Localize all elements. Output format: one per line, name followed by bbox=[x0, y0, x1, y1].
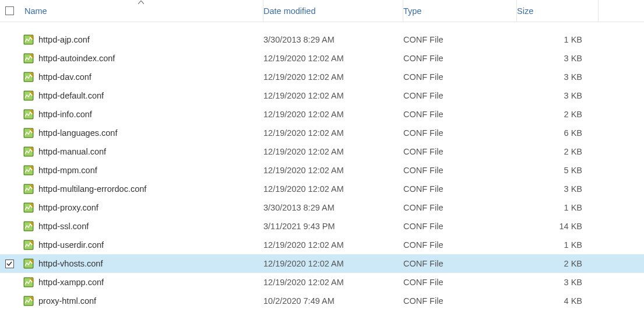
select-all-checkbox[interactable] bbox=[5, 6, 14, 15]
file-size-cell: 5 KB bbox=[517, 166, 599, 175]
file-name-cell[interactable]: httpd-manual.conf bbox=[19, 146, 263, 157]
file-size-cell: 14 KB bbox=[517, 222, 599, 231]
file-row[interactable]: httpd-multilang-errordoc.conf12/19/2020 … bbox=[0, 180, 644, 198]
file-name-cell[interactable]: httpd-dav.conf bbox=[19, 72, 263, 82]
column-header-name[interactable]: Name bbox=[19, 0, 263, 22]
row-checkbox-slot[interactable] bbox=[0, 36, 19, 44]
row-checkbox-slot[interactable] bbox=[0, 148, 19, 156]
file-type-label: CONF File bbox=[403, 259, 443, 268]
file-date-label: 12/19/2020 12:02 AM bbox=[263, 240, 344, 250]
file-name-cell[interactable]: httpd-vhosts.conf bbox=[19, 258, 263, 269]
file-name-cell[interactable]: httpd-autoindex.conf bbox=[19, 53, 263, 64]
file-type-label: CONF File bbox=[403, 240, 443, 250]
row-checkbox-slot[interactable] bbox=[0, 260, 19, 268]
file-row[interactable]: httpd-ajp.conf3/30/2013 8:29 AMCONF File… bbox=[0, 30, 644, 49]
file-name-cell[interactable]: httpd-languages.conf bbox=[19, 128, 263, 138]
row-checkbox-slot[interactable] bbox=[0, 54, 19, 63]
file-size-cell: 2 KB bbox=[517, 147, 599, 156]
file-name-cell[interactable]: httpd-multilang-errordoc.conf bbox=[19, 184, 263, 194]
file-date-label: 12/19/2020 12:02 AM bbox=[263, 91, 344, 100]
file-name-label: httpd-dav.conf bbox=[38, 72, 92, 82]
file-date-cell: 12/19/2020 12:02 AM bbox=[263, 278, 403, 287]
file-type-cell: CONF File bbox=[403, 128, 517, 138]
row-checkbox[interactable] bbox=[5, 260, 14, 268]
file-name-cell[interactable]: httpd-mpm.conf bbox=[19, 165, 263, 176]
row-checkbox-slot[interactable] bbox=[0, 204, 19, 212]
column-header-date[interactable]: Date modified bbox=[263, 0, 403, 22]
file-row[interactable]: httpd-ssl.conf3/11/2021 9:43 PMCONF File… bbox=[0, 217, 644, 236]
row-checkbox-slot[interactable] bbox=[0, 185, 19, 194]
row-checkbox-slot[interactable] bbox=[0, 241, 19, 250]
file-type-cell: CONF File bbox=[403, 35, 517, 44]
conf-file-icon bbox=[23, 240, 34, 250]
conf-file-icon bbox=[23, 277, 34, 288]
file-name-cell[interactable]: httpd-info.conf bbox=[19, 109, 263, 120]
file-row[interactable]: httpd-vhosts.conf12/19/2020 12:02 AMCONF… bbox=[0, 254, 644, 273]
file-date-label: 12/19/2020 12:02 AM bbox=[263, 72, 344, 82]
file-size-label: 3 KB bbox=[564, 278, 582, 287]
file-type-cell: CONF File bbox=[403, 184, 517, 194]
conf-file-icon bbox=[23, 202, 34, 213]
file-type-label: CONF File bbox=[403, 110, 443, 119]
file-row[interactable]: httpd-mpm.conf12/19/2020 12:02 AMCONF Fi… bbox=[0, 161, 644, 180]
file-name-cell[interactable]: httpd-xampp.conf bbox=[19, 277, 263, 288]
file-date-label: 3/30/2013 8:29 AM bbox=[263, 35, 335, 44]
file-date-cell: 3/11/2021 9:43 PM bbox=[263, 222, 403, 231]
file-row[interactable]: httpd-autoindex.conf12/19/2020 12:02 AMC… bbox=[0, 49, 644, 68]
file-row[interactable]: httpd-languages.conf12/19/2020 12:02 AMC… bbox=[0, 124, 644, 142]
file-size-cell: 1 KB bbox=[517, 35, 599, 44]
file-name-cell[interactable]: httpd-userdir.conf bbox=[19, 240, 263, 250]
file-type-cell: CONF File bbox=[403, 91, 517, 100]
file-name-cell[interactable]: proxy-html.conf bbox=[19, 296, 263, 306]
file-type-cell: CONF File bbox=[403, 259, 517, 268]
file-size-label: 2 KB bbox=[564, 110, 582, 119]
conf-file-icon bbox=[23, 165, 34, 176]
row-checkbox-slot[interactable] bbox=[0, 73, 19, 82]
file-name-cell[interactable]: httpd-proxy.conf bbox=[19, 202, 263, 213]
file-row[interactable]: httpd-proxy.conf3/30/2013 8:29 AMCONF Fi… bbox=[0, 198, 644, 217]
file-name-cell[interactable]: httpd-default.conf bbox=[19, 90, 263, 101]
row-checkbox-slot[interactable] bbox=[0, 222, 19, 231]
file-date-label: 10/2/2020 7:49 AM bbox=[263, 296, 335, 306]
row-checkbox-slot[interactable] bbox=[0, 278, 19, 287]
file-row[interactable]: proxy-html.conf10/2/2020 7:49 AMCONF Fil… bbox=[0, 292, 644, 310]
conf-file-icon bbox=[23, 258, 34, 269]
file-row[interactable]: httpd-dav.conf12/19/2020 12:02 AMCONF Fi… bbox=[0, 68, 644, 86]
column-header-size[interactable]: Size bbox=[517, 0, 599, 22]
file-size-cell: 6 KB bbox=[517, 128, 599, 138]
row-checkbox-slot[interactable] bbox=[0, 129, 19, 138]
file-name-label: httpd-ajp.conf bbox=[38, 35, 90, 44]
file-name-cell[interactable]: httpd-ssl.conf bbox=[19, 221, 263, 232]
row-checkbox-slot[interactable] bbox=[0, 92, 19, 100]
file-row[interactable]: httpd-info.conf12/19/2020 12:02 AMCONF F… bbox=[0, 105, 644, 124]
conf-file-icon bbox=[23, 184, 34, 194]
file-row[interactable]: httpd-userdir.conf12/19/2020 12:02 AMCON… bbox=[0, 236, 644, 254]
conf-file-icon bbox=[23, 296, 34, 306]
file-size-cell: 4 KB bbox=[517, 296, 599, 306]
file-date-cell: 12/19/2020 12:02 AM bbox=[263, 259, 403, 268]
file-name-cell[interactable]: httpd-ajp.conf bbox=[19, 34, 263, 45]
conf-file-icon bbox=[23, 53, 34, 64]
file-size-cell: 3 KB bbox=[517, 54, 599, 63]
column-header-type[interactable]: Type bbox=[403, 0, 517, 22]
file-name-label: httpd-xampp.conf bbox=[38, 278, 104, 287]
file-size-cell: 1 KB bbox=[517, 240, 599, 250]
row-checkbox-slot[interactable] bbox=[0, 166, 19, 175]
file-type-cell: CONF File bbox=[403, 278, 517, 287]
row-checkbox-slot[interactable] bbox=[0, 110, 19, 119]
file-name-label: proxy-html.conf bbox=[38, 296, 96, 306]
file-name-label: httpd-proxy.conf bbox=[38, 203, 98, 212]
file-row[interactable]: httpd-xampp.conf12/19/2020 12:02 AMCONF … bbox=[0, 273, 644, 292]
file-date-cell: 3/30/2013 8:29 AM bbox=[263, 35, 403, 44]
file-date-label: 12/19/2020 12:02 AM bbox=[263, 147, 344, 156]
file-size-label: 14 KB bbox=[559, 222, 583, 231]
file-size-label: 2 KB bbox=[564, 147, 582, 156]
file-size-label: 6 KB bbox=[564, 128, 582, 138]
file-name-label: httpd-languages.conf bbox=[38, 128, 117, 138]
conf-file-icon bbox=[23, 221, 34, 232]
row-checkbox-slot[interactable] bbox=[0, 297, 19, 306]
file-row[interactable]: httpd-manual.conf12/19/2020 12:02 AMCONF… bbox=[0, 142, 644, 161]
select-all-cell[interactable] bbox=[0, 0, 19, 22]
file-type-cell: CONF File bbox=[403, 54, 517, 63]
file-row[interactable]: httpd-default.conf12/19/2020 12:02 AMCON… bbox=[0, 86, 644, 105]
